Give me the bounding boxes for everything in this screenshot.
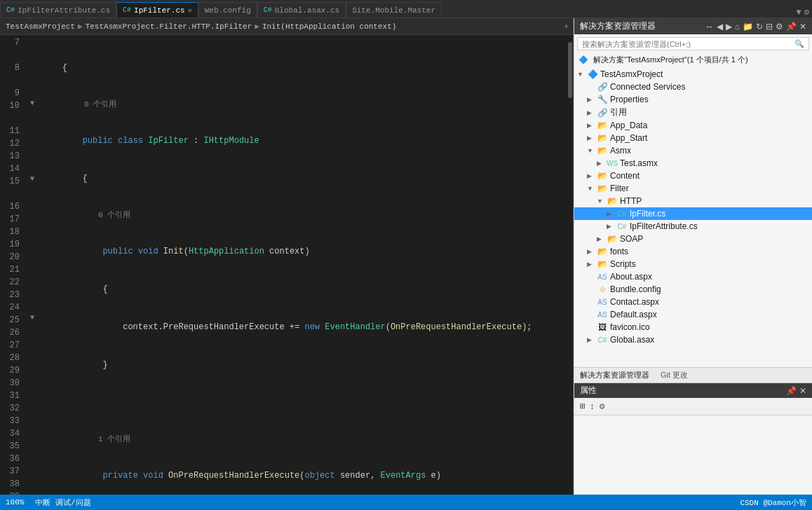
tree-item-soap[interactable]: ▶ 📂 SOAP — [574, 233, 812, 245]
tree-label-appstart: App_Start — [610, 133, 647, 143]
tree-item-contactaspx[interactable]: AS Contact.aspx — [574, 296, 812, 308]
arrow-properties: ▶ — [587, 96, 597, 103]
breadcrumb-filter[interactable]: TestAsmxProject.Filter.HTTP.IpFilter — [83, 22, 255, 31]
tree-item-http[interactable]: ▼ 📂 HTTP — [574, 195, 812, 207]
prop-grid-icon[interactable]: ⊞ — [580, 401, 586, 412]
tree-label-filter: Filter — [610, 184, 629, 193]
tree-item-ipfilterattr[interactable]: ▶ C# IpFilterAttribute.cs — [574, 220, 812, 233]
tree-item-faviconico[interactable]: 🖼 favicon.ico — [574, 321, 812, 333]
nav-back-button[interactable]: ◀ — [717, 22, 723, 32]
breadcrumb-method[interactable]: Init(HttpApplication context) — [259, 22, 399, 31]
tab-git-changes[interactable]: Git 更改 — [655, 368, 693, 382]
code-line-9: { — [42, 172, 567, 185]
connected-icon: 🔗 — [597, 81, 608, 92]
tree-label-appdata: App_Data — [610, 120, 647, 130]
panel-buttons: ↔ ◀ ▶ ⌂ 📁 ↻ ⊟ ⚙ 📌 ✕ — [705, 22, 806, 32]
search-icon[interactable]: 🔍 — [794, 39, 804, 48]
tab-ipfilterattr[interactable]: C# IpFilterAttribute.cs — [0, 2, 116, 18]
code-line-15: private void OnPreRequestHandlerExecute(… — [42, 469, 567, 482]
tree-item-defaultaspx[interactable]: AS Default.aspx — [574, 308, 812, 321]
references-icon: 🔗 — [597, 107, 608, 118]
breadcrumb-project[interactable]: TestAsmxProject — [3, 22, 78, 31]
arrow-content: ▶ — [587, 172, 597, 179]
search-input[interactable] — [582, 40, 792, 48]
settings-icon[interactable]: ⚙ — [804, 7, 809, 18]
tree-item-fonts[interactable]: ▶ 📂 fonts — [574, 245, 812, 258]
prop-sort-icon[interactable]: ↕ — [590, 401, 595, 412]
tree-item-aboutaspx[interactable]: AS About.aspx — [574, 270, 812, 283]
pin-button[interactable]: 📌 — [786, 22, 797, 32]
prop-settings-icon[interactable]: ⚙ — [600, 401, 605, 412]
solution-explorer-title: 解决方案资源管理器 — [580, 20, 656, 32]
refresh-button[interactable]: ↻ — [756, 22, 763, 32]
collapse-icon-25[interactable]: ▼ — [30, 314, 34, 322]
close-panel-button[interactable]: ✕ — [799, 22, 806, 32]
arrow-ipfilter: ▶ — [607, 210, 616, 217]
code-line-12: context.PreRequestHandlerExecute += new … — [42, 321, 567, 333]
home-button[interactable]: ⌂ — [735, 22, 740, 32]
soap-icon: 📂 — [607, 233, 618, 244]
tree-label-testproject: TestAsmxProject — [600, 69, 663, 79]
tree-item-testproject[interactable]: ▼ 🔷 TestAsmxProject — [574, 68, 812, 81]
code-container[interactable]: 7 8 9 10 11 12 13 14 15 16 17 18 19 — [0, 35, 567, 495]
tree-item-connected[interactable]: 🔗 Connected Services — [574, 81, 812, 93]
ref-hint-15: 1 个引用 — [42, 434, 567, 444]
tree-item-scripts[interactable]: ▶ 📂 Scripts — [574, 258, 812, 270]
code-area-wrapper: 7 8 9 10 11 12 13 14 15 16 17 18 19 — [0, 35, 573, 495]
tree-label-properties: Properties — [610, 95, 649, 104]
close-tab-button[interactable]: ✕ — [188, 6, 192, 15]
tree-item-globalasax[interactable]: ▶ C# Global.asax — [574, 333, 812, 346]
tree-label-scripts: Scripts — [610, 259, 636, 269]
tab-ipfilter[interactable]: C# IpFilter.cs ✕ — [116, 2, 198, 18]
editor-area: TestAsmxProject ▶ TestAsmxProject.Filter… — [0, 18, 573, 495]
nav-fwd-button[interactable]: ▶ — [726, 22, 732, 32]
properties-panel: 属性 📌 ✕ ⊞ ↕ ⚙ — [574, 382, 812, 495]
aboutaspx-icon: AS — [597, 271, 608, 282]
tree-label-soap: SOAP — [620, 234, 643, 244]
tree-item-properties[interactable]: ▶ 🔧 Properties — [574, 93, 812, 106]
cs-icon-global: C# — [264, 6, 272, 14]
arrow-appdata: ▶ — [587, 122, 597, 129]
editor-toolbar: TestAsmxProject ▶ TestAsmxProject.Filter… — [0, 18, 573, 35]
tree-item-appstart[interactable]: ▶ 📂 App_Start — [574, 132, 812, 144]
tree-item-asmx[interactable]: ▼ 📂 Asmx — [574, 144, 812, 157]
sync-button[interactable]: ↔ — [705, 22, 714, 32]
tree-item-bundleconfig[interactable]: ⚙ Bundle.config — [574, 283, 812, 296]
overflow-icon: ▼ — [797, 8, 801, 18]
tree-item-testasmx[interactable]: ▶ WS Test.asmx — [574, 157, 812, 170]
globalasax-icon: C# — [597, 334, 608, 345]
tree-label-aboutaspx: About.aspx — [610, 272, 652, 282]
props-button[interactable]: ⚙ — [776, 22, 783, 32]
tab-overflow[interactable]: ▼ ⚙ — [794, 7, 812, 18]
prop-close-button[interactable]: ✕ — [799, 386, 806, 396]
filter-icon: 📂 — [597, 183, 608, 194]
tree-item-references[interactable]: ▶ 🔗 引用 — [574, 106, 812, 119]
vertical-scrollbar[interactable] — [567, 35, 573, 495]
tab-sitemobile[interactable]: Site.Mobile.Master — [346, 2, 442, 18]
tab-globalasax[interactable]: C# Global.asax.cs — [257, 2, 346, 18]
arrow-globalasax: ▶ — [587, 336, 597, 343]
collapse-icon-15[interactable]: ▼ — [30, 175, 34, 183]
arrow-fonts: ▶ — [587, 248, 597, 255]
collapse-icon-10[interactable]: ▼ — [30, 99, 34, 107]
add-button[interactable]: + — [562, 22, 570, 31]
tree-label-content: Content — [610, 171, 640, 181]
prop-content — [574, 415, 812, 421]
tree-item-content[interactable]: ▶ 📂 Content — [574, 170, 812, 182]
collapse-all-button[interactable]: ⊟ — [766, 22, 773, 32]
tree-item-appdata[interactable]: ▶ 📂 App_Data — [574, 119, 812, 132]
tree-item-filter[interactable]: ▼ 📂 Filter — [574, 182, 812, 195]
tab-webconfig[interactable]: Web.config — [198, 2, 257, 18]
prop-pin-button[interactable]: 📌 — [786, 386, 797, 396]
code-line-8: public class IpFilter : IHttpModule — [42, 135, 567, 147]
search-bar[interactable]: 🔍 — [577, 37, 809, 50]
folder-button[interactable]: 📁 — [743, 22, 753, 32]
project-icon: 🔷 — [587, 69, 598, 80]
properties-title: 属性 — [580, 385, 597, 397]
tree-item-ipfilter[interactable]: ▶ C# IpFilter.cs — [574, 207, 812, 220]
tab-solution-explorer[interactable]: 解决方案资源管理器 — [574, 368, 655, 382]
tree-label-http: HTTP — [620, 196, 642, 206]
solution-label: 🔷 解决方案"TestAsmxProject"(1 个项目/共 1 个) — [574, 53, 812, 67]
cs-icon-active: C# — [123, 6, 131, 14]
ref-hint-10: 0 个引用 — [42, 210, 567, 220]
